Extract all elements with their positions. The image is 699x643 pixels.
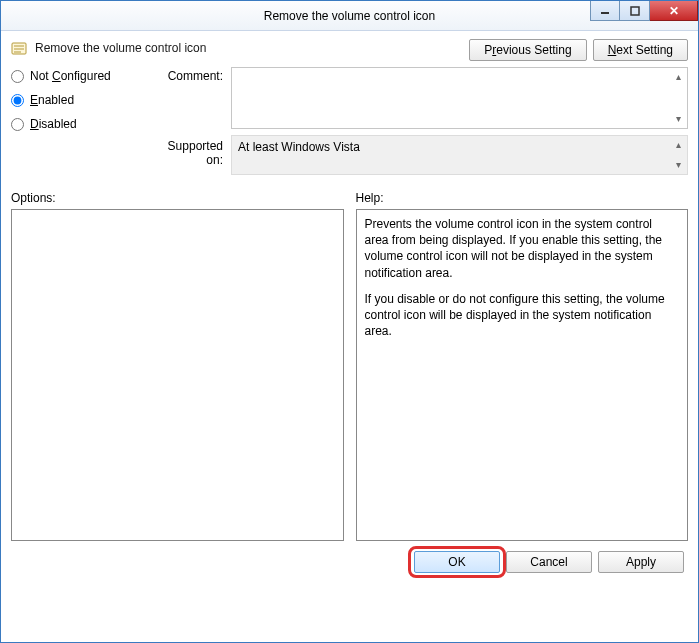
ok-highlight: OK (414, 551, 500, 573)
cancel-button[interactable]: Cancel (506, 551, 592, 573)
dialog-body: Remove the volume control icon Previous … (1, 31, 698, 581)
radio-disabled-label: Disabled (30, 117, 77, 131)
scroll-down-icon[interactable]: ▾ (671, 158, 685, 172)
options-label: Options: (11, 191, 344, 205)
help-label: Help: (356, 191, 689, 205)
scroll-down-icon[interactable]: ▾ (671, 112, 685, 126)
comment-label: Comment: (151, 67, 231, 83)
supported-on-text: At least Windows Vista (238, 140, 360, 154)
radio-enabled-label: Enabled (30, 93, 74, 107)
supported-on-value: At least Windows Vista ▴ ▾ (231, 135, 688, 175)
supported-on-label: Supported on: (151, 135, 231, 167)
help-paragraph: If you disable or do not configure this … (365, 291, 680, 340)
radio-enabled[interactable]: Enabled (11, 93, 151, 107)
close-icon: ✕ (669, 4, 679, 18)
ok-button[interactable]: OK (414, 551, 500, 573)
previous-setting-button[interactable]: Previous Setting (469, 39, 586, 61)
radio-enabled-input[interactable] (11, 94, 24, 107)
radio-disabled-input[interactable] (11, 118, 24, 131)
minimize-button[interactable] (590, 1, 620, 21)
radio-not-configured-label: Not Configured (30, 69, 111, 83)
dialog-footer: OK Cancel Apply (11, 551, 688, 573)
minimize-icon (600, 6, 610, 16)
policy-icon (11, 41, 27, 57)
maximize-button[interactable] (620, 1, 650, 21)
next-setting-button[interactable]: Next Setting (593, 39, 688, 61)
close-button[interactable]: ✕ (650, 1, 698, 21)
apply-button[interactable]: Apply (598, 551, 684, 573)
state-radio-group: Not Configured Enabled Disabled (11, 67, 151, 141)
scroll-up-icon[interactable]: ▴ (671, 138, 685, 152)
options-pane (11, 209, 344, 541)
scroll-up-icon[interactable]: ▴ (671, 70, 685, 84)
svg-rect-1 (631, 7, 639, 15)
policy-title: Remove the volume control icon (35, 39, 461, 55)
maximize-icon (630, 6, 640, 16)
window-controls: ✕ (590, 1, 698, 21)
comment-input[interactable]: ▴ ▾ (231, 67, 688, 129)
radio-disabled[interactable]: Disabled (11, 117, 151, 131)
help-pane: Prevents the volume control icon in the … (356, 209, 689, 541)
radio-not-configured-input[interactable] (11, 70, 24, 83)
titlebar: Remove the volume control icon ✕ (1, 1, 698, 31)
radio-not-configured[interactable]: Not Configured (11, 69, 151, 83)
help-paragraph: Prevents the volume control icon in the … (365, 216, 680, 281)
